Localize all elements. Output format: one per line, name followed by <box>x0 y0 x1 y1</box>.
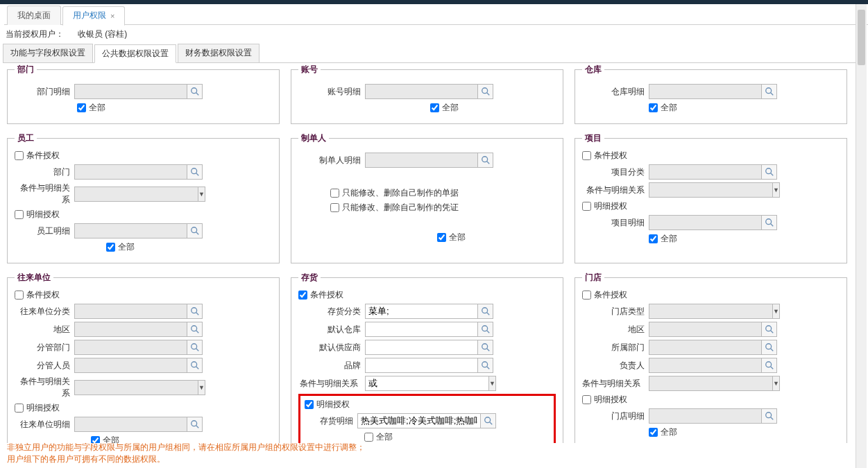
shop-cond-auth-checkbox[interactable]: 条件授权 <box>582 289 840 301</box>
search-icon[interactable] <box>478 340 493 355</box>
account-all-checkbox[interactable]: 全部 <box>430 102 459 114</box>
employee-dept-input[interactable] <box>74 164 187 180</box>
shop-region-picker[interactable] <box>649 322 777 337</box>
partner-detail-auth-checkbox[interactable]: 明细授权 <box>15 402 272 414</box>
maker-all-checkbox[interactable]: 全部 <box>437 232 466 243</box>
tab-user-permission[interactable]: 用户权限 × <box>62 6 125 26</box>
chevron-down-icon[interactable]: ▼ <box>198 380 205 395</box>
partner-cond-auth-checkbox[interactable]: 条件授权 <box>15 289 272 301</box>
employee-dept-picker[interactable] <box>74 164 203 180</box>
maker-detail-picker[interactable] <box>365 153 493 168</box>
shop-dept-picker[interactable] <box>649 340 777 355</box>
inventory-category-picker[interactable] <box>365 304 493 319</box>
search-icon[interactable] <box>187 164 203 180</box>
inventory-category-input[interactable] <box>365 304 478 319</box>
employee-all-checkbox[interactable]: 全部 <box>106 241 135 253</box>
inventory-detail-picker[interactable] <box>357 413 496 428</box>
account-detail-picker[interactable] <box>365 84 493 99</box>
inventory-default-supplier-picker[interactable] <box>365 340 493 355</box>
employee-detail-auth-checkbox[interactable]: 明细授权 <box>15 209 272 220</box>
search-icon[interactable] <box>478 322 493 337</box>
tab-desktop[interactable]: 我的桌面 <box>7 6 61 25</box>
warehouse-detail-input[interactable] <box>649 84 762 99</box>
search-icon[interactable] <box>187 417 203 432</box>
maker-detail-input[interactable] <box>365 153 478 168</box>
project-relation-input[interactable] <box>649 182 773 198</box>
search-icon[interactable] <box>762 340 777 355</box>
tab-desktop-label: 我的桌面 <box>17 10 51 21</box>
project-detail-auth-checkbox[interactable]: 明细授权 <box>582 200 840 212</box>
chevron-down-icon[interactable]: ▼ <box>773 304 780 319</box>
inventory-default-wh-picker[interactable] <box>365 322 493 337</box>
search-icon[interactable] <box>762 358 777 373</box>
employee-relation-dropdown[interactable]: ▼ <box>74 187 203 202</box>
chevron-down-icon[interactable]: ▼ <box>489 376 496 391</box>
inventory-detail-input[interactable] <box>357 413 481 428</box>
shop-detail-picker[interactable] <box>649 408 777 424</box>
partner-region-picker[interactable] <box>74 322 203 337</box>
dept-all-checkbox[interactable]: 全部 <box>77 102 105 114</box>
project-category-picker[interactable] <box>649 164 777 180</box>
search-icon[interactable] <box>762 408 777 424</box>
shop-person-picker[interactable] <box>649 358 777 373</box>
search-icon[interactable] <box>762 164 777 180</box>
search-icon[interactable] <box>187 223 203 239</box>
shop-relation-dropdown[interactable]: ▼ <box>649 376 777 391</box>
search-icon[interactable] <box>187 340 203 355</box>
employee-cond-auth-checkbox[interactable]: 条件授权 <box>15 150 272 162</box>
employee-relation-input[interactable] <box>74 187 198 202</box>
inventory-cond-auth-checkbox[interactable]: 条件授权 <box>298 289 556 301</box>
project-detail-input[interactable] <box>649 215 762 230</box>
search-icon[interactable] <box>478 304 493 319</box>
inventory-relation-dropdown[interactable]: ▼ <box>365 376 493 391</box>
partner-category-picker[interactable] <box>74 304 203 319</box>
inventory-relation-input[interactable] <box>365 376 489 391</box>
maker-only-own-voucher-checkbox[interactable]: 只能修改、删除自己制作的凭证 <box>330 202 459 214</box>
search-icon[interactable] <box>762 322 777 337</box>
dept-detail-input[interactable] <box>74 84 187 99</box>
partner-dept-picker[interactable] <box>74 340 203 355</box>
search-icon[interactable] <box>187 84 203 99</box>
employee-detail-input[interactable] <box>74 223 187 239</box>
inventory-brand-picker[interactable] <box>365 358 493 373</box>
scrollbar-thumb[interactable] <box>858 10 865 65</box>
partner-region-label: 地区 <box>15 324 70 336</box>
vertical-scrollbar[interactable] <box>856 4 867 468</box>
shop-detail-auth-checkbox[interactable]: 明细授权 <box>582 394 840 406</box>
project-category-input[interactable] <box>649 164 762 180</box>
project-relation-dropdown[interactable]: ▼ <box>649 182 777 198</box>
close-icon[interactable]: × <box>110 12 114 20</box>
project-cond-auth-checkbox[interactable]: 条件授权 <box>582 150 840 162</box>
partner-relation-dropdown[interactable]: ▼ <box>74 380 203 395</box>
partner-person-picker[interactable] <box>74 358 203 373</box>
partner-detail-picker[interactable] <box>74 417 203 432</box>
search-icon[interactable] <box>762 215 777 230</box>
chevron-down-icon[interactable]: ▼ <box>773 376 780 391</box>
chevron-down-icon[interactable]: ▼ <box>773 182 780 198</box>
search-icon[interactable] <box>187 304 203 319</box>
maker-only-own-doc-checkbox[interactable]: 只能修改、删除自己制作的单据 <box>330 187 459 199</box>
search-icon[interactable] <box>478 84 493 99</box>
chevron-down-icon[interactable]: ▼ <box>198 187 205 202</box>
project-detail-picker[interactable] <box>649 215 777 230</box>
employee-detail-picker[interactable] <box>74 223 203 239</box>
search-icon[interactable] <box>187 358 203 373</box>
warehouse-detail-picker[interactable] <box>649 84 777 99</box>
svg-point-6 <box>191 168 196 174</box>
dept-detail-picker[interactable] <box>74 84 203 99</box>
search-icon[interactable] <box>762 84 777 99</box>
warehouse-all-checkbox[interactable]: 全部 <box>649 102 677 114</box>
search-icon[interactable] <box>478 153 493 168</box>
search-icon[interactable] <box>481 413 496 428</box>
account-detail-input[interactable] <box>365 84 478 99</box>
inventory-detail-auth-checkbox[interactable]: 明细授权 <box>305 399 550 410</box>
svg-line-37 <box>770 331 773 333</box>
project-all-checkbox[interactable]: 全部 <box>649 233 677 245</box>
search-icon[interactable] <box>478 358 493 373</box>
shop-type-dropdown[interactable]: ▼ <box>649 304 777 319</box>
footer-line-2: 用户组下的各用户可拥有不同的数据权限。 <box>7 453 365 465</box>
panel-account-legend: 账号 <box>298 64 321 76</box>
inventory-all-checkbox[interactable]: 全部 <box>364 431 393 443</box>
search-icon[interactable] <box>187 322 203 337</box>
shop-all-checkbox[interactable]: 全部 <box>649 426 677 438</box>
